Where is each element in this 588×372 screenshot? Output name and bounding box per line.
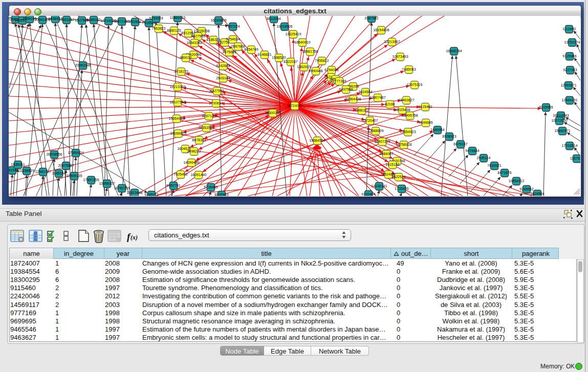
svg-text:9699695: 9699695: [419, 121, 432, 124]
svg-text:7986322: 7986322: [355, 108, 368, 112]
svg-text:16154808: 16154808: [373, 28, 389, 32]
svg-text:10025438: 10025438: [394, 108, 410, 112]
svg-text:12942737: 12942737: [35, 170, 51, 173]
svg-text:5716485: 5716485: [204, 185, 217, 189]
svg-text:26206556: 26206556: [46, 152, 62, 156]
svg-text:9474444: 9474444: [465, 149, 479, 152]
svg-text:14136141: 14136141: [371, 184, 387, 188]
svg-text:2603144: 2603144: [216, 76, 230, 80]
svg-text:19756928: 19756928: [396, 143, 411, 146]
svg-text:6466160: 6466160: [86, 18, 100, 21]
svg-text:8813054: 8813054: [267, 17, 280, 20]
svg-text:18495758: 18495758: [402, 114, 418, 117]
svg-text:6497568: 6497568: [339, 87, 353, 91]
svg-text:9227343: 9227343: [563, 68, 577, 72]
svg-text:11866103: 11866103: [170, 16, 186, 19]
svg-text:7463822: 7463822: [151, 27, 165, 30]
svg-text:17957255: 17957255: [83, 178, 99, 182]
svg-text:1167533: 1167533: [570, 157, 580, 160]
svg-text:9754634: 9754634: [226, 37, 239, 41]
svg-text:2718170: 2718170: [174, 70, 188, 73]
svg-text:16648784: 16648784: [446, 49, 462, 53]
svg-text:16782759: 16782759: [114, 186, 129, 190]
svg-text:12093871: 12093871: [560, 83, 576, 87]
svg-text:2867608: 2867608: [231, 45, 245, 48]
svg-text:989012: 989012: [180, 56, 191, 59]
svg-text:20975887: 20975887: [58, 164, 74, 167]
svg-text:18300295: 18300295: [265, 111, 280, 115]
svg-text:12444191: 12444191: [561, 98, 577, 102]
svg-text:10653267: 10653267: [58, 18, 74, 21]
svg-text:15720407: 15720407: [362, 119, 378, 122]
svg-text:10688609: 10688609: [367, 129, 383, 133]
svg-text:12213967: 12213967: [384, 40, 400, 43]
svg-text:9245652: 9245652: [519, 187, 533, 191]
svg-text:3624554: 3624554: [358, 90, 372, 94]
svg-text:11156829: 11156829: [19, 169, 34, 172]
svg-text:18640910: 18640910: [294, 40, 310, 44]
svg-text:8660125: 8660125: [167, 29, 181, 32]
svg-text:9884067: 9884067: [379, 152, 393, 156]
svg-text:15692971: 15692971: [554, 129, 570, 133]
svg-text:(x): (x): [130, 234, 138, 241]
svg-text:8454749: 8454749: [244, 48, 258, 51]
svg-text:751552: 751552: [129, 20, 141, 24]
svg-text:1700637: 1700637: [209, 101, 223, 105]
svg-text:8427552: 8427552: [210, 89, 224, 93]
svg-text:3267130: 3267130: [202, 114, 215, 118]
svg-text:18463627: 18463627: [398, 98, 414, 102]
svg-text:9777169: 9777169: [332, 79, 346, 83]
svg-text:14099489: 14099489: [183, 161, 199, 164]
svg-text:10272030: 10272030: [551, 119, 567, 122]
svg-text:11353594: 11353594: [199, 126, 214, 129]
svg-text:16091440: 16091440: [190, 173, 206, 177]
svg-text:9827509: 9827509: [191, 34, 205, 38]
svg-text:19218506: 19218506: [276, 25, 292, 28]
svg-text:12213369: 12213369: [169, 85, 185, 89]
svg-text:12505135: 12505135: [66, 174, 82, 178]
svg-text:20053346: 20053346: [75, 63, 91, 67]
svg-text:9245072: 9245072: [144, 193, 158, 196]
svg-text:16543362: 16543362: [186, 41, 202, 45]
svg-text:9457791: 9457791: [166, 184, 180, 187]
svg-text:1640954: 1640954: [430, 128, 444, 132]
svg-text:8471676: 8471676: [497, 171, 511, 174]
svg-text:1615132: 1615132: [385, 163, 399, 166]
svg-text:62160: 62160: [385, 102, 395, 106]
svg-text:7857224: 7857224: [226, 25, 239, 28]
svg-text:16033809: 16033809: [210, 18, 226, 22]
svg-text:2935114: 2935114: [477, 156, 491, 160]
svg-text:16961758: 16961758: [302, 50, 318, 53]
svg-text:8920403: 8920403: [214, 193, 228, 196]
svg-text:1112490: 1112490: [562, 27, 576, 31]
svg-text:7955812: 7955812: [315, 59, 329, 62]
svg-text:1588520: 1588520: [272, 56, 286, 59]
svg-text:10973493: 10973493: [392, 55, 408, 58]
svg-text:9242848: 9242848: [216, 64, 230, 68]
svg-text:16671385: 16671385: [114, 19, 129, 23]
svg-text:16107553: 16107553: [169, 100, 185, 104]
svg-text:20364436: 20364436: [345, 97, 361, 101]
svg-text:3675685: 3675685: [222, 50, 236, 54]
svg-text:1362615: 1362615: [297, 65, 311, 69]
svg-text:19166825: 19166825: [170, 132, 186, 135]
svg-text:1733426: 1733426: [395, 187, 408, 190]
svg-text:9824504: 9824504: [530, 192, 544, 195]
svg-text:6679197: 6679197: [453, 142, 467, 146]
svg-text:7632621: 7632621: [487, 164, 501, 167]
svg-text:17016514: 17016514: [561, 144, 577, 147]
svg-text:2522514: 2522514: [391, 175, 405, 179]
svg-text:19384554: 19384554: [309, 139, 325, 142]
svg-text:13751074: 13751074: [564, 40, 580, 44]
svg-text:7485063: 7485063: [402, 68, 416, 71]
svg-text:6794028: 6794028: [324, 68, 338, 72]
svg-text:8990448: 8990448: [309, 69, 322, 73]
svg-text:8215955: 8215955: [539, 105, 553, 109]
svg-text:13325419: 13325419: [285, 32, 301, 36]
svg-text:10958107: 10958107: [99, 182, 115, 185]
svg-text:18407299: 18407299: [374, 140, 390, 143]
svg-text:8322037: 8322037: [284, 60, 297, 63]
svg-text:12923448: 12923448: [126, 191, 142, 194]
svg-text:1835061: 1835061: [11, 163, 25, 166]
svg-text:9153924: 9153924: [149, 16, 163, 20]
